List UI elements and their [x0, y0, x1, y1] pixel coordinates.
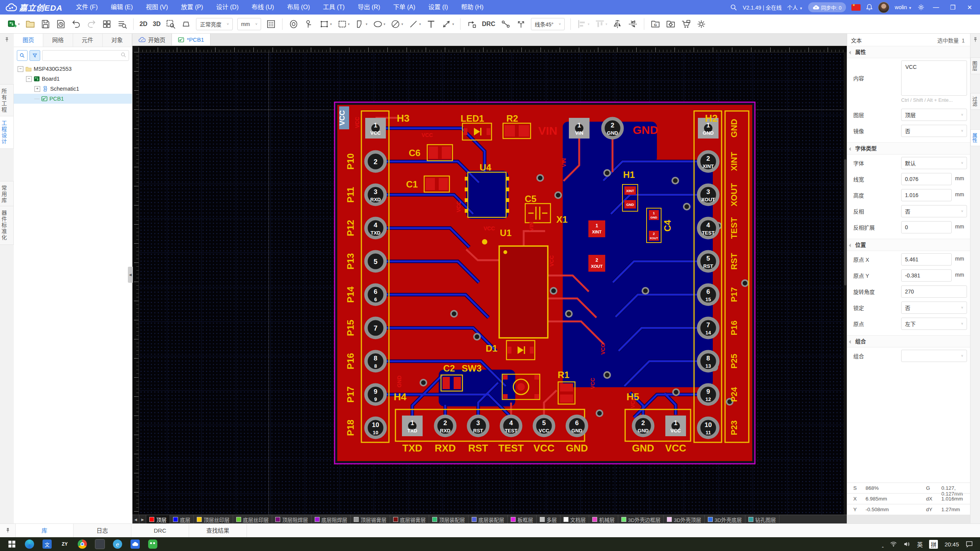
menu-item-12[interactable]: 帮助 (H) — [454, 0, 490, 15]
taskbar-icon-wechat[interactable] — [147, 538, 158, 550]
user-menu[interactable]: wolin ▼ — [895, 4, 912, 10]
select-锁定[interactable]: 否˅ — [901, 302, 967, 314]
place-pin-button[interactable] — [302, 18, 316, 30]
clock[interactable]: 20:45 — [944, 541, 959, 548]
find-similar-button[interactable] — [115, 18, 129, 30]
input-线宽[interactable]: 0.076 — [901, 173, 952, 185]
language-flag-icon[interactable] — [851, 4, 861, 11]
search-button[interactable] — [17, 50, 28, 61]
order-cart-button[interactable] — [679, 18, 693, 30]
fanout-button[interactable] — [514, 18, 528, 30]
menu-item-6[interactable]: 布线 (U) — [245, 0, 281, 15]
menu-item-2[interactable]: 编辑 (E) — [104, 0, 139, 15]
bottom-tab-库[interactable]: 库 — [16, 524, 74, 537]
right-strip-tab-2[interactable]: 过滤 — [970, 93, 980, 110]
canvas-vertical-scrollbar[interactable] — [844, 52, 847, 515]
flip-horizontal-button[interactable] — [611, 18, 624, 30]
taskbar-icon-start[interactable] — [6, 538, 18, 550]
layer-chip-顶层装配层[interactable]: 顶层装配层 — [429, 515, 469, 524]
place-rect-button[interactable]: ▾ — [317, 18, 334, 30]
net-tool-button[interactable] — [499, 18, 513, 30]
place-polygon-button[interactable]: ▾ — [353, 18, 369, 30]
window-close-button[interactable]: ✕ — [964, 4, 975, 11]
settings-button[interactable] — [694, 18, 708, 30]
panel-tab-4[interactable]: 对象 — [103, 34, 132, 47]
layer-chip-顶层阻焊层[interactable]: 顶层阻焊层 — [272, 515, 312, 524]
tray-expand-chevron[interactable]: ꞈ — [882, 541, 884, 548]
bottom-tab-DRC[interactable]: DRC — [131, 524, 189, 537]
window-minimize-button[interactable]: — — [930, 4, 942, 11]
left-strip-tab-4[interactable]: 器件标准化 — [0, 206, 14, 245]
input-旋转角度[interactable]: 270 — [901, 285, 967, 298]
select-反相[interactable]: 否˅ — [901, 205, 967, 217]
action-center-icon[interactable] — [965, 541, 973, 548]
route-track-button[interactable] — [465, 18, 479, 30]
place-text-button[interactable] — [424, 18, 438, 30]
pin-panel-icon[interactable] — [4, 37, 10, 43]
section-header-字体类型[interactable]: 字体类型 — [847, 142, 970, 155]
pin-panel-icon[interactable] — [0, 524, 16, 537]
mode-dropdown[interactable]: 个人 ▼ — [787, 3, 803, 11]
filter-button[interactable] — [29, 50, 40, 61]
pin-panel-icon[interactable] — [972, 37, 978, 43]
tree-item-PCB1[interactable]: PCB1 — [14, 94, 132, 104]
bottom-tab-日志[interactable]: 日志 — [74, 524, 131, 537]
place-solid-region-button[interactable]: ▾ — [335, 18, 352, 30]
export-coordinates-button[interactable] — [664, 18, 678, 30]
window-maximize-button[interactable]: ❐ — [947, 4, 959, 11]
menu-item-11[interactable]: 设置 (I) — [422, 0, 455, 15]
layer-chip-3D外壳顶层[interactable]: 3D外壳顶层 — [664, 515, 704, 524]
taskbar-icon-ie[interactable]: e — [112, 538, 123, 550]
panel-collapse-handle[interactable]: ◀ — [128, 267, 133, 283]
user-avatar[interactable] — [878, 2, 889, 13]
taskbar-icon-docs[interactable]: 文 — [41, 538, 53, 550]
left-strip-tab-3[interactable]: 常用库 — [0, 181, 14, 208]
zoom-area-button[interactable] — [164, 18, 178, 30]
align-horizontal-button[interactable]: ▾ — [575, 18, 591, 30]
flip-vertical-button[interactable] — [626, 18, 640, 30]
menu-item-1[interactable]: 文件 (F) — [69, 0, 104, 15]
doc-tab-开始页[interactable]: 开始页 — [132, 34, 172, 46]
taskbar-icon-edge[interactable] — [24, 538, 35, 550]
view-3d-button[interactable]: 3D — [151, 20, 162, 29]
layer-chip-顶层丝印层[interactable]: 顶层丝印层 — [194, 515, 233, 524]
input-高度[interactable]: 1.016 — [901, 189, 952, 201]
open-folder-button[interactable] — [23, 18, 37, 30]
drc-check-button[interactable]: DRC — [480, 20, 497, 29]
project-search-input[interactable] — [42, 50, 129, 61]
layer-chip-钻孔图层[interactable]: 钻孔图层 — [745, 515, 779, 524]
layer-chip-底层阻焊层[interactable]: 底层阻焊层 — [312, 515, 351, 524]
tree-item-Schematic1[interactable]: +Schematic1 — [14, 84, 132, 94]
tree-toggle[interactable]: − — [18, 66, 23, 72]
align-vertical-button[interactable]: ▾ — [593, 18, 609, 30]
section-header-组合[interactable]: 组合 — [847, 335, 970, 347]
place-line-button[interactable]: ▾ — [407, 18, 423, 30]
language-indicator[interactable]: 英 — [917, 540, 923, 548]
layer-chip-3D外壳底层[interactable]: 3D外壳底层 — [705, 515, 745, 524]
menu-item-4[interactable]: 放置 (P) — [175, 0, 210, 15]
view-2d-button[interactable]: 2D — [138, 20, 149, 29]
select-镜像[interactable]: 否˅ — [901, 125, 967, 137]
tree-toggle[interactable]: − — [26, 76, 32, 82]
undo-button[interactable] — [69, 18, 83, 30]
place-pad-button[interactable] — [287, 18, 301, 30]
taskbar-icon-chrome[interactable] — [77, 538, 88, 550]
pcb-canvas[interactable]: 1VCC23RXD4TXD5667889910101GND2XINT3XOUT4… — [132, 46, 847, 515]
bottom-tab-查找结果[interactable]: 查找结果 — [189, 524, 247, 537]
wifi-icon[interactable] — [890, 541, 897, 547]
layer-chip-多层[interactable]: 多层 — [537, 515, 560, 524]
layer-chip-底层[interactable]: 底层 — [170, 515, 194, 524]
field-内容[interactable]: VCC — [901, 60, 967, 96]
layer-chip-顶层锡膏层[interactable]: 顶层锡膏层 — [351, 515, 390, 524]
taskbar-icon-files[interactable] — [94, 538, 106, 550]
select-字体[interactable]: 默认˅ — [901, 157, 967, 169]
layer-chip-机械层[interactable]: 机械层 — [589, 515, 618, 524]
menu-item-10[interactable]: 下单 (A) — [387, 0, 422, 15]
right-strip-tab-1[interactable]: 图层 — [970, 57, 980, 74]
layer-chip-底层丝印层[interactable]: 底层丝印层 — [233, 515, 273, 524]
layer-chip-底层装配层[interactable]: 底层装配层 — [469, 515, 508, 524]
input-反相扩展[interactable]: 0 — [901, 221, 952, 233]
sync-status[interactable]: 同步中: 0 — [808, 2, 846, 12]
taskbar-icon-easyeda[interactable] — [129, 538, 141, 550]
input-原点 Y[interactable]: -0.381 — [901, 269, 952, 282]
